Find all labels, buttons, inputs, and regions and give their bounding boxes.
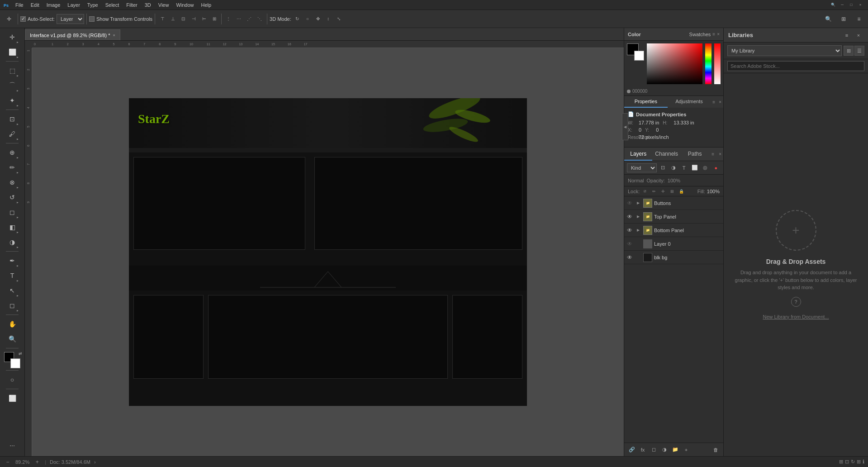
path-select-tool[interactable]: ↖▶ [5,283,19,298]
delete-layer-btn[interactable]: 🗑 [711,445,721,455]
menu-edit[interactable]: Edit [27,0,43,10]
healing-tool[interactable]: ⊕▶ [5,145,19,160]
filter-shape-btn[interactable]: ⬜ [690,163,699,173]
lock-pixels-btn[interactable]: ✏ [650,188,658,195]
align-right-btn[interactable]: ⊞ [209,14,219,24]
layer-item-bottompanel[interactable]: 👁 ▶ 📁 Bottom Panel [624,224,723,237]
3d-pan-btn[interactable]: ✥ [313,14,323,24]
color-hue-slider[interactable] [705,43,711,84]
menu-type[interactable]: Type [84,0,102,10]
tab-layers[interactable]: Layers [624,148,652,161]
layer-style-btn[interactable]: fx [638,445,648,455]
quick-select-tool[interactable]: ✦▶ [5,93,19,108]
more-tools-btn[interactable]: ··· [5,438,19,453]
color-panel-menu[interactable]: ≡ [712,32,715,37]
maximize-btn[interactable]: □ [848,2,854,8]
distribute4-btn[interactable]: ⋱ [255,14,265,24]
lib-grid-view-btn[interactable]: ⊞ [844,46,854,56]
menu-image[interactable]: Image [43,0,64,10]
layer-item-layer0[interactable]: 👁 ▶ Layer 0 [624,237,723,251]
library-dropdown[interactable]: My Library [727,45,842,56]
new-layer-btn[interactable]: + [681,445,691,455]
layer-visibility-bottompanel[interactable]: 👁 [626,227,633,234]
layer-expand-buttons[interactable]: ▶ [635,200,641,206]
status-workspace-btn[interactable]: ⊞ [839,459,843,465]
layer-visibility-blkbg[interactable]: 👁 [626,254,633,261]
zoom-out-btn[interactable]: − [4,458,12,466]
color-opacity-slider[interactable] [714,43,721,84]
layer-visibility-buttons[interactable]: 👁 [626,200,633,207]
lock-all-btn[interactable]: 🔒 [678,188,685,195]
tab-close-btn[interactable]: × [113,33,115,38]
3d-rotate-btn[interactable]: ↻ [292,14,302,24]
3d-slide-btn[interactable]: ↕ [323,14,333,24]
menu-file[interactable]: File [12,0,27,10]
layer-visibility-layer0[interactable]: 👁 [626,240,633,248]
move-tool[interactable]: ✛▶ [5,30,19,44]
filter-adjust-btn[interactable]: ◑ [669,163,678,173]
tab-channels[interactable]: Channels [652,148,680,161]
distribute1-btn[interactable]: ⋮ [223,14,233,24]
properties-panel-close[interactable]: × [717,96,723,108]
menu-view[interactable]: View [155,0,173,10]
quick-mask-btn[interactable]: ○ [5,372,19,387]
3d-scale-btn[interactable]: ⤡ [334,14,344,24]
lock-transparent-btn[interactable]: ⧄ [641,188,649,195]
layer-expand-bottompanel[interactable]: ▶ [635,227,641,234]
marquee-tool[interactable]: ⬚▶ [5,63,19,78]
color-spectrum-gradient[interactable] [647,43,702,84]
status-zoom-fit-btn[interactable]: ⊡ [845,459,849,465]
menu-filter[interactable]: Filter [123,0,141,10]
background-swatch[interactable] [634,51,644,61]
right-panel-collapse-btn[interactable]: ◀ [622,113,628,140]
layers-close[interactable]: × [717,148,723,161]
layer-item-blkbg[interactable]: 👁 ▶ blk bg [624,251,723,264]
tab-paths[interactable]: Paths [681,148,709,161]
align-bottom-btn[interactable]: ⊡ [178,14,188,24]
crop-tool[interactable]: ⊡▶ [5,112,19,126]
brush-tool[interactable]: ✏▶ [5,160,19,175]
filter-pixel-btn[interactable]: ⊡ [658,163,668,173]
color-panel-close[interactable]: × [717,32,720,37]
new-group-btn[interactable]: 📁 [670,445,680,455]
lasso-tool[interactable]: ⌒▶ [5,78,19,93]
menu-window[interactable]: Window [172,0,197,10]
lib-close-btn[interactable]: × [854,30,863,40]
distribute3-btn[interactable]: ⋰ [244,14,254,24]
search-btn[interactable]: 🔍 [830,2,836,8]
menu-layer[interactable]: Layer [64,0,84,10]
filter-type-btn[interactable]: T [679,163,689,173]
tab-adjustments[interactable]: Adjustments [668,96,711,108]
menu-select[interactable]: Select [102,0,123,10]
workspace-btn[interactable]: ≡ [853,13,865,25]
status-rotate-btn[interactable]: ↻ [851,459,855,465]
eraser-tool[interactable]: ◻▶ [5,205,19,219]
zoom-in-btn[interactable]: + [33,458,41,466]
status-grid-btn[interactable]: ⊞ [857,459,861,465]
layer-visibility-toppanel[interactable]: 👁 [626,213,633,220]
hand-tool[interactable]: ✋ [5,317,19,331]
layers-menu[interactable]: ≡ [709,148,717,161]
swatches-tab-label[interactable]: Swatches [689,32,711,37]
3d-orbit-btn[interactable]: ○ [303,14,313,24]
new-library-link[interactable]: New Library from Document... [763,314,829,319]
layer-item-buttons[interactable]: 👁 ▶ 📁 Buttons [624,196,723,210]
lib-menu-btn[interactable]: ≡ [842,30,852,40]
auto-select-checkbox[interactable]: ✓ [20,16,26,22]
minimize-btn[interactable]: ─ [839,2,845,8]
adjustment-layer-btn[interactable]: ◑ [659,445,669,455]
gradient-tool[interactable]: ◧▶ [5,220,19,234]
link-layers-btn[interactable]: 🔗 [627,445,637,455]
align-left-btn[interactable]: ⊣ [189,14,199,24]
lock-position-btn[interactable]: ✛ [659,188,667,195]
properties-panel-menu[interactable]: ≡ [711,96,717,108]
artboard-tool[interactable]: ⬜▶ [5,45,19,59]
close-btn[interactable]: × [857,2,863,8]
align-top-btn[interactable]: ⊤ [157,14,167,24]
search-global-btn[interactable]: 🔍 [822,13,835,25]
status-info-btn[interactable]: ℹ [863,459,864,465]
canvas-container[interactable]: 0 1 2 3 4 5 6 7 8 9 10 11 12 13 14 15 16 [25,41,624,456]
align-hcenter-btn[interactable]: ⊢ [199,14,209,24]
library-search-input[interactable] [727,61,864,71]
layer-mask-btn[interactable]: ◻ [649,445,659,455]
